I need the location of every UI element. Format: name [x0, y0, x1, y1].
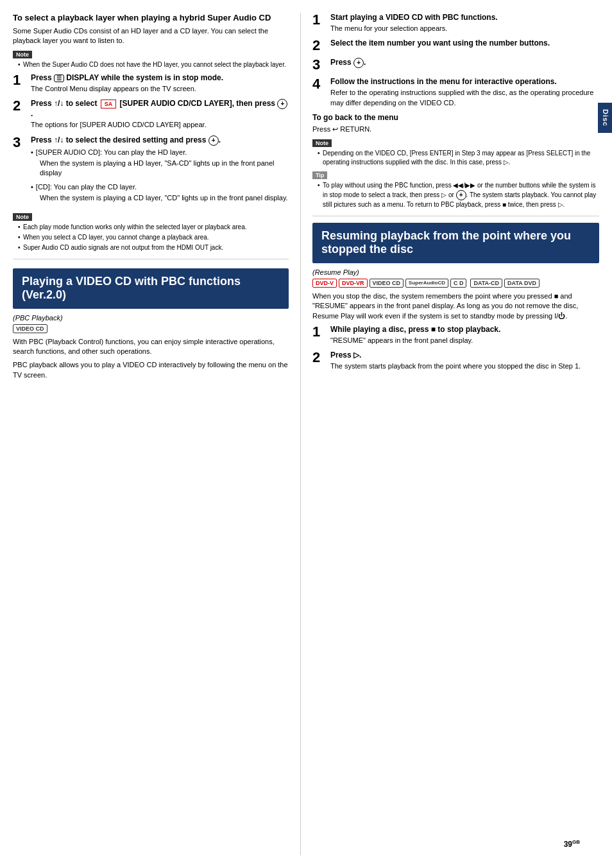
resume-step-2: 2 Press ▷. The system starts playback fr…: [312, 351, 599, 371]
note-label-1: Note: [13, 51, 32, 58]
pbc-step-title-1: Start playing a VIDEO CD with PBC functi…: [330, 13, 599, 22]
badge-dvd-vr: DVD-VR: [339, 279, 368, 288]
go-back-note-list: Depending on the VIDEO CD, [Press ENTER]…: [312, 149, 599, 167]
pbc-step-content-4: Follow the instructions in the menu for …: [330, 77, 599, 108]
badge-dvd-v: DVD-V: [312, 279, 337, 288]
enter-icon-3: +: [208, 135, 219, 146]
step-title-3: Press ↑/↓ to select the desired setting …: [31, 135, 289, 146]
tip-label: Tip: [312, 171, 327, 179]
pbc-steps-section: 1 Start playing a VIDEO CD with PBC func…: [312, 13, 599, 108]
go-back-note: Note Depending on the VIDEO CD, [Press E…: [312, 139, 599, 167]
note-list-2: Each play mode function works only withi…: [13, 223, 289, 252]
resume-step-title-2: Press ▷.: [330, 351, 599, 360]
resume-intro: When you stop the disc, the system remem…: [312, 291, 599, 321]
resume-step-content-2: Press ▷. The system starts playback from…: [330, 351, 599, 371]
badge-video-cd: VIDEO CD: [370, 279, 404, 288]
section-divider-2: [312, 216, 599, 216]
return-icon: ↩: [332, 125, 338, 133]
right-column: 1 Start playing a VIDEO CD with PBC func…: [301, 13, 599, 855]
step-1: 1 Press ☰ DISPLAY while the system is in…: [13, 73, 289, 94]
step-num-2: 2: [13, 99, 26, 113]
step-num-1: 1: [13, 73, 26, 87]
section-divider-1: [13, 259, 289, 259]
pbc-step-num-3: 3: [312, 58, 325, 72]
step-body-3: [SUPER AUDIO CD]: You can play the HD la…: [31, 148, 289, 204]
pbc-badges: VIDEO CD: [13, 324, 289, 333]
enter-icon-pbc3: +: [353, 58, 364, 68]
pbc-step-body-1: The menu for your selection appears.: [330, 24, 599, 33]
step-num-3: 3: [13, 135, 26, 150]
note-item-2a: Each play mode function works only withi…: [18, 223, 289, 232]
note-item-1: When the Super Audio CD does not have th…: [18, 60, 289, 69]
pbc-step-title-3: Press +.: [330, 58, 599, 68]
tip-item: To play without using the PBC function, …: [318, 181, 599, 209]
enter-icon-tip: +: [456, 190, 466, 200]
resume-step-1: 1 While playing a disc, press ■ to stop …: [312, 325, 599, 345]
display-icon: ☰: [54, 74, 64, 82]
step-content-3: Press ↑/↓ to select the desired setting …: [31, 135, 289, 207]
tip-box: Tip To play without using the PBC functi…: [312, 171, 599, 209]
left-column: To select a playback layer when playing …: [13, 13, 301, 855]
pbc-step-num-2: 2: [312, 39, 325, 53]
section-intro-1: Some Super Audio CDs consist of an HD la…: [13, 26, 289, 46]
section-select-layer: To select a playback layer when playing …: [13, 13, 289, 252]
pbc-step-content-3: Press +.: [330, 58, 599, 70]
resume-step-body-1: "RESUME" appears in the front panel disp…: [330, 336, 599, 345]
pbc-blue-box: Playing a VIDEO CD with PBC functions (V…: [13, 268, 289, 309]
tip-list: To play without using the PBC function, …: [312, 181, 599, 209]
pbc-step-num-4: 4: [312, 77, 325, 91]
step-title-1: Press ☰ DISPLAY while the system is in s…: [31, 73, 289, 82]
resume-step-title-1: While playing a disc, press ■ to stop pl…: [330, 325, 599, 334]
super-audio-badge: SA: [101, 100, 117, 108]
badge-data-dvd: DATA DVD: [504, 279, 540, 288]
pbc-step-content-2: Select the item number you want using th…: [330, 39, 599, 49]
note-list-1: When the Super Audio CD does not have th…: [13, 60, 289, 69]
note-box-1: Note When the Super Audio CD does not ha…: [13, 50, 289, 69]
badge-super-audio-cd: SuperAudioCD: [405, 279, 448, 288]
badge-data-cd: DATA-CD: [470, 279, 502, 288]
pbc-step-title-2: Select the item number you want using th…: [330, 39, 599, 48]
pbc-step-2: 2 Select the item number you want using …: [312, 39, 599, 53]
note-item-2c: Super Audio CD audio signals are not out…: [18, 243, 289, 252]
pbc-step-body-4: Refer to the operating instructions supp…: [330, 88, 599, 108]
note-item-2b: When you select a CD layer, you cannot c…: [18, 233, 289, 242]
go-back-text: Press ↩ RETURN.: [312, 125, 599, 134]
pbc-intro2: PBC playback allows you to play a VIDEO …: [13, 360, 289, 380]
resume-section: Resuming playback from the point where y…: [312, 223, 599, 372]
page-number: 39GB: [564, 839, 580, 849]
resume-step-num-2: 2: [312, 351, 325, 365]
note-box-2: Note Each play mode function works only …: [13, 213, 289, 252]
pbc-step-4: 4 Follow the instructions in the menu fo…: [312, 77, 599, 108]
pbc-step-content-1: Start playing a VIDEO CD with PBC functi…: [330, 13, 599, 33]
step-title-2: Press ↑/↓ to select SA [SUPER AUDIO CD/C…: [31, 99, 289, 118]
pbc-intro: With PBC (Playback Control) functions, y…: [13, 337, 289, 357]
resume-subtitle: (Resume Play): [312, 268, 599, 276]
badge-videocd: VIDEO CD: [13, 324, 47, 333]
go-back-heading: To go back to the menu: [312, 113, 599, 122]
pbc-subtitle: (PBC Playback): [13, 314, 289, 322]
enter-icon-2: +: [277, 99, 287, 109]
go-back-section: To go back to the menu Press ↩ RETURN. N…: [312, 113, 599, 209]
note-label-2: Note: [13, 213, 32, 221]
resume-blue-box: Resuming playback from the point where y…: [312, 223, 599, 263]
resume-badges: DVD-V DVD-VR VIDEO CD SuperAudioCD C D D…: [312, 279, 599, 288]
resume-blue-box-title: Resuming playback from the point where y…: [321, 229, 590, 257]
cd-note: When the system is playing a CD layer, "…: [31, 193, 289, 203]
go-back-note-item: Depending on the VIDEO CD, [Press ENTER]…: [318, 149, 599, 167]
go-back-note-label: Note: [312, 139, 332, 147]
step-body-2: The options for [SUPER AUDIO CD/CD LAYER…: [31, 120, 289, 130]
section-title-1: To select a playback layer when playing …: [13, 13, 289, 22]
step-2: 2 Press ↑/↓ to select SA [SUPER AUDIO CD…: [13, 99, 289, 130]
step-body-1: The Control Menu display appears on the …: [31, 84, 289, 94]
bullet-2: [CD]: You can play the CD layer.: [31, 182, 289, 192]
pbc-blue-box-title: Playing a VIDEO CD with PBC functions (V…: [22, 275, 280, 302]
page-container: To select a playback layer when playing …: [0, 0, 612, 868]
pbc-step-1: 1 Start playing a VIDEO CD with PBC func…: [312, 13, 599, 33]
pbc-step-title-4: Follow the instructions in the menu for …: [330, 77, 599, 86]
resume-step-content-1: While playing a disc, press ■ to stop pl…: [330, 325, 599, 345]
sacd-note: When the system is playing a HD layer, "…: [31, 159, 289, 178]
resume-step-body-2: The system starts playback from the poin…: [330, 361, 599, 371]
pbc-step-3: 3 Press +.: [312, 58, 599, 72]
section-pbc: Playing a VIDEO CD with PBC functions (V…: [13, 268, 289, 381]
step-content-2: Press ↑/↓ to select SA [SUPER AUDIO CD/C…: [31, 99, 289, 130]
